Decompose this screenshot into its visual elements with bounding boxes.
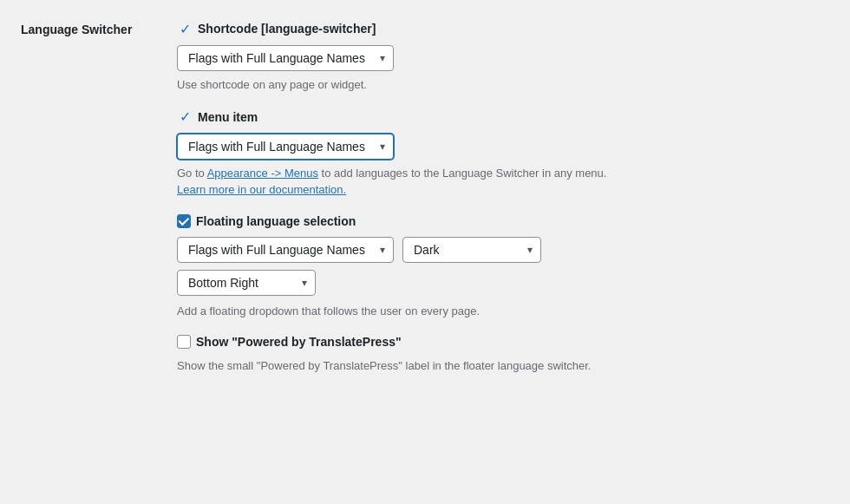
menu-helper-text-2: to add languages to the Language Switche… bbox=[318, 167, 606, 180]
powered-title: Show "Powered by TranslatePress" bbox=[196, 335, 402, 349]
menu-dropdown-wrapper[interactable]: Flags with Full Language Names Flags wit… bbox=[177, 134, 394, 160]
floating-checkbox[interactable] bbox=[177, 214, 191, 228]
section-label: Language Switcher bbox=[21, 21, 177, 390]
menu-section: ✓ Menu item Flags with Full Language Nam… bbox=[177, 109, 829, 199]
powered-header: Show "Powered by TranslatePress" bbox=[177, 335, 829, 349]
shortcode-check-icon: ✓ bbox=[177, 21, 193, 36]
floating-top-row: Flags with Full Language Names Flags wit… bbox=[177, 237, 829, 263]
floating-style-wrapper[interactable]: Flags with Full Language Names Flags wit… bbox=[177, 237, 394, 263]
floating-section: Floating language selection Flags with F… bbox=[177, 214, 829, 320]
shortcode-dropdown[interactable]: Flags with Full Language Names Flags wit… bbox=[177, 45, 394, 71]
shortcode-dropdown-wrapper[interactable]: Flags with Full Language Names Flags wit… bbox=[177, 45, 394, 71]
docs-link[interactable]: Learn more in our documentation. bbox=[177, 183, 346, 196]
settings-row: Language Switcher ✓ Shortcode [language-… bbox=[21, 21, 829, 390]
floating-selects: Flags with Full Language Names Flags wit… bbox=[177, 237, 829, 296]
floating-helper: Add a floating dropdown that follows the… bbox=[177, 303, 829, 320]
label-text: Language Switcher bbox=[21, 23, 132, 36]
shortcode-header: ✓ Shortcode [language-switcher] bbox=[177, 21, 829, 36]
floating-style-dropdown[interactable]: Flags with Full Language Names Flags wit… bbox=[177, 237, 394, 263]
floating-header: Floating language selection bbox=[177, 214, 829, 228]
floating-title: Floating language selection bbox=[196, 214, 356, 228]
appearance-menus-link[interactable]: Appearance -> Menus bbox=[207, 167, 318, 180]
powered-checkbox[interactable] bbox=[177, 335, 191, 349]
floating-bottom-row: Bottom Right Bottom Left Top Right Top L… bbox=[177, 270, 829, 296]
powered-section: Show "Powered by TranslatePress" Show th… bbox=[177, 335, 829, 375]
menu-title: Menu item bbox=[198, 110, 258, 124]
floating-theme-dropdown[interactable]: Dark Light bbox=[402, 237, 541, 263]
menu-dropdown[interactable]: Flags with Full Language Names Flags wit… bbox=[177, 134, 394, 160]
floating-theme-wrapper[interactable]: Dark Light ▾ bbox=[402, 237, 541, 263]
floating-position-dropdown[interactable]: Bottom Right Bottom Left Top Right Top L… bbox=[177, 270, 316, 296]
powered-helper: Show the small "Powered by TranslatePres… bbox=[177, 357, 829, 375]
shortcode-section: ✓ Shortcode [language-switcher] Flags wi… bbox=[177, 21, 829, 94]
menu-check-icon: ✓ bbox=[177, 109, 193, 125]
menu-helper: Go to Appearance -> Menus to add languag… bbox=[177, 165, 829, 199]
shortcode-helper: Use shortcode on any page or widget. bbox=[177, 76, 829, 94]
menu-helper-text-1: Go to bbox=[177, 167, 207, 180]
menu-header: ✓ Menu item bbox=[177, 109, 829, 125]
shortcode-title: Shortcode [language-switcher] bbox=[198, 22, 376, 36]
floating-position-wrapper[interactable]: Bottom Right Bottom Left Top Right Top L… bbox=[177, 270, 316, 296]
settings-content: ✓ Shortcode [language-switcher] Flags wi… bbox=[177, 21, 829, 390]
